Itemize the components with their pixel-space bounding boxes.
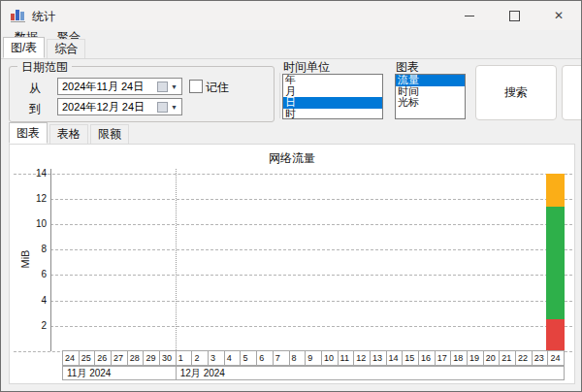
x-month-cell-2: 12月 2024 — [176, 366, 565, 380]
x-day-cell: 12 — [353, 350, 371, 366]
gridline-y-10 — [50, 224, 572, 225]
x-day-cell: 22 — [515, 350, 533, 366]
chevron-down-icon[interactable]: ▼ — [171, 83, 178, 90]
app-bar-chart-icon — [11, 9, 25, 22]
toolbar-separator — [279, 73, 280, 118]
search-button-label: 搜索 — [504, 84, 528, 101]
x-day-cell: 21 — [499, 350, 516, 366]
x-day-cell: 6 — [256, 350, 274, 366]
chart-type-option-3[interactable]: 光标 — [396, 97, 465, 109]
y-tick-4: 4 — [21, 295, 47, 306]
gridline-y-6 — [50, 275, 572, 276]
time-unit-option-3[interactable]: 日 — [283, 97, 382, 109]
x-day-cell: 30 — [159, 350, 177, 366]
x-day-cell: 2 — [191, 350, 209, 366]
bar-segment-2[interactable] — [546, 207, 565, 320]
to-date-picker[interactable]: 2024年12月 24日 ▼ — [57, 98, 182, 115]
main-tab-2[interactable]: 综合 — [47, 39, 85, 58]
x-day-cell: 9 — [305, 350, 322, 366]
search-button[interactable]: 搜索 — [475, 65, 557, 120]
x-day-cell: 25 — [79, 350, 96, 366]
chevron-down-icon[interactable]: ▼ — [171, 104, 178, 111]
y-tick-8: 8 — [21, 244, 47, 254]
remember-label: 记住 — [206, 80, 229, 96]
x-day-cell: 14 — [386, 350, 404, 366]
x-day-cell: 11 — [338, 350, 355, 366]
from-date-picker[interactable]: 2024年11月 24日 ▼ — [57, 78, 182, 95]
remember-checkbox[interactable] — [189, 80, 203, 93]
y-tick-12: 12 — [21, 193, 47, 204]
x-day-cell: 5 — [240, 350, 257, 366]
titlebar: 统计 ✕ — [1, 1, 581, 30]
gridline-y-12 — [50, 199, 572, 200]
x-day-cell: 26 — [94, 350, 112, 366]
y-tick-6: 6 — [21, 269, 47, 279]
from-label: 从 — [29, 81, 41, 97]
calendar-icon — [157, 102, 168, 113]
close-button[interactable]: ✕ — [536, 1, 581, 30]
x-day-cell: 23 — [532, 350, 549, 366]
window-controls: ✕ — [447, 1, 581, 30]
x-day-cell: 8 — [289, 350, 307, 366]
calendar-icon — [157, 82, 168, 92]
main-tab-strip: 图/表综合 — [1, 45, 581, 59]
x-day-cell: 1 — [176, 350, 193, 366]
x-day-cell: 15 — [402, 350, 419, 366]
y-tick-2: 2 — [21, 320, 47, 331]
x-day-cell: 24 — [62, 350, 80, 366]
to-label: 到 — [29, 101, 41, 117]
x-day-cell: 13 — [370, 350, 387, 366]
menu-bar: 数据聚合 — [1, 30, 581, 45]
x-day-cell: 20 — [483, 350, 501, 366]
x-day-cell: 4 — [224, 350, 242, 366]
month-boundary-line — [176, 169, 177, 350]
x-day-cell: 3 — [208, 350, 225, 366]
minimize-button[interactable] — [447, 1, 492, 30]
x-day-cell: 27 — [111, 350, 128, 366]
x-day-cell: 24 — [547, 350, 565, 366]
gridline-y-8 — [50, 249, 572, 250]
chart-tab-3[interactable]: 限额 — [90, 124, 129, 144]
chart-type-option-1[interactable]: 流量 — [396, 75, 465, 86]
chart-tab-2[interactable]: 表格 — [49, 124, 88, 144]
chart-type-listbox[interactable]: 流量时间光标 — [395, 74, 466, 119]
x-day-cell: 16 — [418, 350, 436, 366]
y-axis-line — [50, 169, 51, 351]
plot-area: 2468101214242526272829301234567891011121… — [10, 145, 574, 383]
gridline-y-2 — [50, 326, 572, 327]
y-tick-10: 10 — [21, 218, 47, 229]
from-date-value: 2024年11月 24日 — [58, 80, 157, 94]
chart-tab-strip: 图表表格限额 — [9, 126, 131, 144]
x-day-cell: 19 — [467, 350, 484, 366]
date-range-group-label: 日期范围 — [17, 59, 72, 76]
chart-tab-1[interactable]: 图表 — [9, 122, 48, 144]
window-title: 统计 — [32, 9, 55, 25]
y-tick-14: 14 — [21, 168, 47, 179]
x-day-cell: 28 — [127, 350, 145, 366]
x-day-cell: 10 — [321, 350, 339, 366]
toolbar: 日期范围 从 2024年11月 24日 ▼ 记住 到 2024年12月 24日 … — [1, 59, 581, 126]
maximize-button[interactable] — [492, 1, 536, 30]
x-day-cell: 18 — [450, 350, 468, 366]
time-unit-option-2[interactable]: 月 — [283, 86, 382, 98]
x-day-cell: 29 — [143, 350, 160, 366]
main-tab-1[interactable]: 图/表 — [3, 37, 45, 58]
minimize-icon — [465, 16, 474, 16]
date-range-group: 日期范围 从 2024年11月 24日 ▼ 记住 到 2024年12月 24日 … — [9, 66, 275, 122]
close-icon: ✕ — [554, 9, 564, 22]
statistics-window: 统计 ✕ 数据聚合 图/表综合 日期范围 从 2024年11月 24日 ▼ 记住… — [0, 0, 582, 392]
x-month-cell-1: 11月 2024 — [62, 366, 177, 380]
time-unit-option-1[interactable]: 年 — [283, 75, 382, 86]
chart-panel: 网络流量 MiB 2468101214242526272829301234567… — [9, 144, 575, 384]
time-unit-option-4[interactable]: 时 — [283, 109, 382, 120]
bar-segment-3[interactable] — [546, 174, 565, 207]
maximize-icon — [509, 11, 520, 21]
to-date-value: 2024年12月 24日 — [58, 100, 157, 114]
x-day-cell: 7 — [273, 350, 290, 366]
gridline-y-14 — [14, 174, 572, 175]
bar-segment-1[interactable] — [546, 319, 565, 351]
time-unit-listbox[interactable]: 年月日时 — [282, 74, 383, 119]
clipped-side-button[interactable] — [562, 65, 582, 120]
gridline-y-4 — [50, 301, 572, 302]
x-day-cell: 17 — [435, 350, 452, 366]
